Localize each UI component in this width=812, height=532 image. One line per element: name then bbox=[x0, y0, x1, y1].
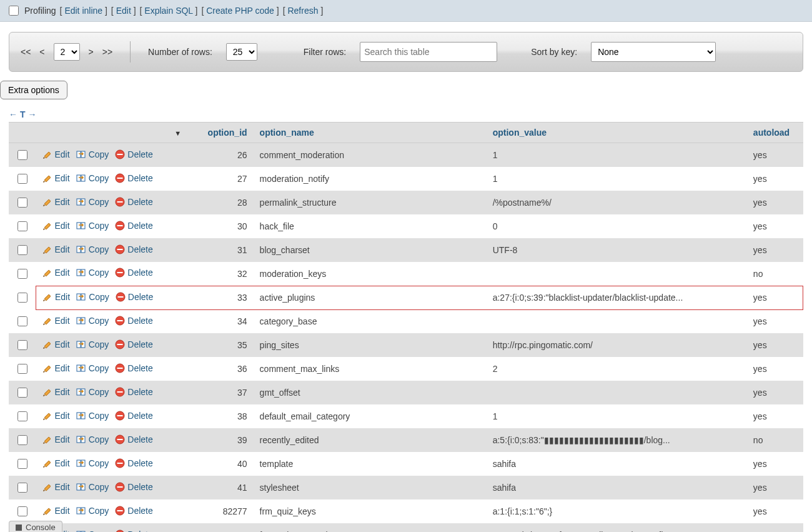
link-edit[interactable]: Edit bbox=[116, 6, 131, 16]
col-option-value[interactable]: option_value bbox=[487, 123, 747, 143]
cell-autoload: yes bbox=[747, 452, 803, 476]
col-option-name[interactable]: option_name bbox=[254, 123, 487, 143]
delete-action[interactable]: Delete bbox=[115, 268, 152, 278]
edit-action[interactable]: Edit bbox=[42, 458, 70, 468]
pencil-icon bbox=[42, 387, 52, 397]
edit-action[interactable]: Edit bbox=[42, 173, 70, 183]
text-direction-toggle[interactable]: ← T → bbox=[0, 99, 812, 122]
copy-action[interactable]: Copy bbox=[76, 458, 109, 468]
row-checkbox[interactable] bbox=[17, 483, 27, 493]
row-checkbox[interactable] bbox=[17, 411, 27, 421]
link-explain-sql[interactable]: Explain SQL bbox=[144, 6, 192, 16]
edit-action[interactable]: Edit bbox=[42, 197, 70, 207]
edit-action[interactable]: Edit bbox=[42, 506, 70, 516]
delete-action[interactable]: Delete bbox=[115, 244, 152, 254]
edit-action[interactable]: Edit bbox=[42, 149, 70, 159]
edit-action[interactable]: Edit bbox=[42, 411, 70, 421]
delete-action[interactable]: Delete bbox=[115, 411, 152, 421]
row-checkbox[interactable] bbox=[17, 364, 27, 374]
edit-action[interactable]: Edit bbox=[42, 244, 70, 254]
copy-action[interactable]: Copy bbox=[76, 268, 109, 278]
page-select[interactable]: 2 bbox=[54, 43, 80, 61]
delete-action[interactable]: Delete bbox=[115, 149, 152, 159]
copy-action[interactable]: Copy bbox=[76, 292, 109, 302]
row-checkbox[interactable] bbox=[17, 435, 27, 445]
actions-dropdown-icon[interactable]: ▼ bbox=[174, 129, 181, 137]
delete-action[interactable]: Delete bbox=[115, 434, 152, 444]
edit-action[interactable]: Edit bbox=[42, 387, 70, 397]
edit-action[interactable]: Edit bbox=[42, 221, 70, 231]
edit-action[interactable]: Edit bbox=[42, 268, 70, 278]
page-next[interactable]: > bbox=[89, 47, 94, 57]
copy-action[interactable]: Copy bbox=[76, 173, 109, 183]
copy-action[interactable]: Copy bbox=[76, 387, 109, 397]
copy-action[interactable]: Copy bbox=[76, 244, 109, 254]
delete-action[interactable]: Delete bbox=[115, 316, 152, 326]
link-create-php[interactable]: Create PHP code bbox=[206, 6, 274, 16]
pencil-icon bbox=[42, 268, 52, 278]
page-last[interactable]: >> bbox=[102, 47, 112, 57]
copy-icon bbox=[76, 529, 86, 533]
filter-input[interactable] bbox=[360, 42, 497, 62]
copy-action[interactable]: Copy bbox=[76, 506, 109, 516]
copy-action[interactable]: Copy bbox=[76, 434, 109, 444]
delete-action[interactable]: Delete bbox=[115, 363, 152, 373]
cell-option-name: default_email_category bbox=[254, 404, 487, 428]
copy-action[interactable]: Copy bbox=[76, 363, 109, 373]
row-checkbox[interactable] bbox=[17, 293, 27, 303]
copy-action[interactable]: Copy bbox=[76, 197, 109, 207]
cell-option-id: 82277 bbox=[191, 499, 253, 523]
row-checkbox[interactable] bbox=[17, 316, 27, 326]
delete-action[interactable]: Delete bbox=[115, 221, 152, 231]
delete-action[interactable]: Delete bbox=[115, 458, 152, 468]
row-checkbox[interactable] bbox=[17, 506, 27, 516]
copy-action[interactable]: Copy bbox=[76, 529, 109, 533]
profiling-checkbox[interactable] bbox=[9, 6, 19, 16]
cell-option-value bbox=[487, 309, 747, 333]
delete-action[interactable]: Delete bbox=[115, 506, 152, 516]
console-tab[interactable]: Console bbox=[9, 521, 62, 532]
edit-action[interactable]: Edit bbox=[42, 316, 70, 326]
row-checkbox[interactable] bbox=[17, 174, 27, 184]
link-edit-inline[interactable]: Edit inline bbox=[64, 6, 102, 16]
copy-action[interactable]: Copy bbox=[76, 411, 109, 421]
col-autoload[interactable]: autoload bbox=[747, 123, 803, 143]
pencil-icon bbox=[42, 458, 52, 468]
delete-action[interactable]: Delete bbox=[115, 529, 152, 533]
delete-action[interactable]: Delete bbox=[115, 173, 152, 183]
delete-action[interactable]: Delete bbox=[115, 482, 152, 492]
copy-action[interactable]: Copy bbox=[76, 149, 109, 159]
copy-action[interactable]: Copy bbox=[76, 339, 109, 349]
delete-action[interactable]: Delete bbox=[115, 197, 152, 207]
extra-options-button[interactable]: Extra options bbox=[0, 81, 67, 99]
row-checkbox[interactable] bbox=[17, 198, 27, 208]
row-checkbox[interactable] bbox=[17, 459, 27, 469]
row-checkbox[interactable] bbox=[17, 221, 27, 231]
row-checkbox[interactable] bbox=[17, 245, 27, 255]
copy-action[interactable]: Copy bbox=[76, 221, 109, 231]
page-first[interactable]: << bbox=[21, 47, 31, 57]
link-refresh[interactable]: Refresh bbox=[287, 6, 318, 16]
row-checkbox[interactable] bbox=[17, 269, 27, 279]
row-checkbox[interactable] bbox=[17, 150, 27, 160]
sort-key-select[interactable]: None bbox=[591, 42, 716, 62]
delete-action[interactable]: Delete bbox=[116, 292, 153, 302]
results-table: ▼ option_id option_name option_value aut… bbox=[9, 122, 803, 532]
pencil-icon bbox=[42, 434, 52, 444]
copy-action[interactable]: Copy bbox=[76, 316, 109, 326]
edit-action[interactable]: Edit bbox=[42, 482, 70, 492]
col-actions[interactable]: ▼ bbox=[36, 123, 192, 143]
edit-action[interactable]: Edit bbox=[42, 339, 70, 349]
copy-action[interactable]: Copy bbox=[76, 482, 109, 492]
cell-option-name: template bbox=[254, 452, 487, 476]
delete-action[interactable]: Delete bbox=[115, 387, 152, 397]
row-checkbox[interactable] bbox=[17, 340, 27, 350]
row-checkbox[interactable] bbox=[17, 388, 27, 398]
edit-action[interactable]: Edit bbox=[42, 292, 70, 302]
page-prev[interactable]: < bbox=[39, 47, 44, 57]
rows-select[interactable]: 25 bbox=[226, 43, 257, 61]
edit-action[interactable]: Edit bbox=[42, 363, 70, 373]
col-option-id[interactable]: option_id bbox=[191, 123, 253, 143]
edit-action[interactable]: Edit bbox=[42, 434, 70, 444]
delete-action[interactable]: Delete bbox=[115, 339, 152, 349]
